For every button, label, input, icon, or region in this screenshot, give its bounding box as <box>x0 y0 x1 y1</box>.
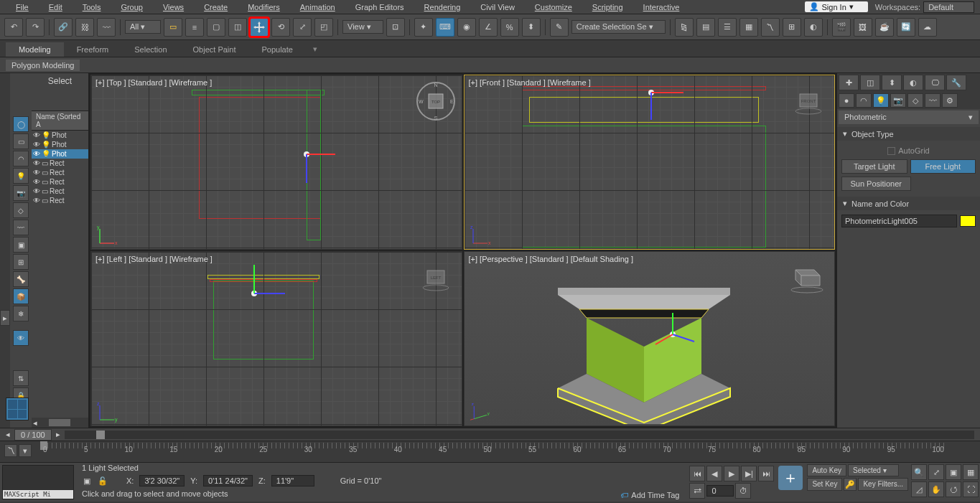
select-by-name-button[interactable]: ≡ <box>185 18 204 37</box>
target-light-button[interactable]: Target Light <box>841 159 907 174</box>
render-setup-button[interactable]: 🎬 <box>832 18 851 37</box>
zoom-extents-button[interactable]: ▣ <box>946 464 961 480</box>
se-filter-groups[interactable]: ▣ <box>13 237 29 253</box>
ribbon-tab-object-paint[interactable]: Object Paint <box>180 42 249 57</box>
selection-filter-dropdown[interactable]: All ▾ <box>125 20 161 34</box>
maxscript-listener[interactable]: MAXScript Mi <box>2 465 74 499</box>
spinner-snap-toggle[interactable]: ⬍ <box>522 18 541 37</box>
viewport-top[interactable]: [+] [Top ] [Standard ] [Wireframe ] TOP … <box>90 75 462 250</box>
select-and-scale-button[interactable]: ⤢ <box>293 18 312 37</box>
viewport-perspective[interactable]: [+] [Perspective ] [Standard ] [Default … <box>464 251 836 426</box>
rollout-name-and-color[interactable]: ▾ Name and Color <box>837 197 980 210</box>
key-target-dropdown[interactable]: Selected ▾ <box>848 464 899 476</box>
se-filter-spacewarps[interactable]: 〰 <box>13 220 29 235</box>
angle-snap-toggle[interactable]: ∠ <box>479 18 498 37</box>
key-filters-icon[interactable]: 🔑 <box>844 478 857 491</box>
viewcube-icon[interactable]: TOP N S W E <box>416 81 456 121</box>
next-frame-button[interactable]: ▶| <box>741 466 757 481</box>
motion-tab[interactable]: ◐ <box>903 75 923 90</box>
layer-explorer-button[interactable]: ☰ <box>718 18 737 37</box>
viewcube-icon[interactable]: LEFT <box>416 258 456 298</box>
list-item[interactable]: 👁▭Rect <box>32 168 88 177</box>
list-item[interactable]: 👁▭Rect <box>32 187 88 196</box>
bind-spacewarp-button[interactable]: 〰 <box>97 18 116 37</box>
mini-curve-editor-button[interactable]: 〽 <box>4 444 17 457</box>
menu-group[interactable]: Group <box>111 1 153 13</box>
rect-region-button[interactable]: ▢ <box>207 18 225 37</box>
ribbon-polygon-modeling[interactable]: Polygon Modeling <box>6 60 80 71</box>
ribbon-tab-modeling[interactable]: Modeling <box>6 42 64 57</box>
ribbon-tab-populate[interactable]: Populate <box>248 42 305 57</box>
timeline[interactable]: 〽 ▾ 051015202530354045505560657075808590… <box>0 441 980 462</box>
se-filter-all[interactable]: ◯ <box>13 116 29 132</box>
se-filter-lights[interactable]: 💡 <box>13 168 29 184</box>
modify-tab[interactable]: ◫ <box>860 75 880 90</box>
sub-helpers[interactable]: ◇ <box>907 93 923 108</box>
undo-button[interactable]: ↶ <box>4 18 23 37</box>
schematic-view-button[interactable]: ⊞ <box>783 18 801 37</box>
se-filter-bone[interactable]: 🦴 <box>13 271 29 287</box>
zoom-all-button[interactable]: ⤢ <box>928 464 944 480</box>
menu-customize[interactable]: Customize <box>525 1 582 13</box>
current-frame-input[interactable]: 0 <box>706 485 734 497</box>
create-tab[interactable]: ✚ <box>839 75 859 90</box>
zoom-extents-all-button[interactable]: ▦ <box>963 464 979 480</box>
zoom-button[interactable]: 🔍 <box>911 464 927 480</box>
viewcube-icon[interactable] <box>785 258 829 298</box>
x-coord-input[interactable]: 3'2 30/32" <box>139 475 185 486</box>
scene-explorer-header[interactable]: Name (Sorted A <box>32 111 88 131</box>
category-dropdown[interactable]: Photometric▾ <box>839 111 979 124</box>
menu-modifiers[interactable]: Modifiers <box>238 1 290 13</box>
list-item[interactable]: 👁▭Rect <box>32 196 88 205</box>
edit-named-sel-button[interactable]: ✎ <box>550 18 569 37</box>
time-slider-track[interactable] <box>65 431 974 439</box>
y-coord-input[interactable]: 0'11 24/32" <box>203 475 253 486</box>
se-filter-geometry[interactable]: ▭ <box>13 133 29 149</box>
play-button[interactable]: ▶ <box>724 466 739 481</box>
autogrid-checkbox[interactable] <box>887 147 895 155</box>
menu-file[interactable]: File <box>6 1 39 13</box>
menu-tools[interactable]: Tools <box>73 1 111 13</box>
object-color-swatch[interactable] <box>960 215 976 227</box>
hierarchy-tab[interactable]: ⬍ <box>882 75 902 90</box>
add-time-tag[interactable]: 🏷 Add Time Tag <box>617 489 682 501</box>
list-item[interactable]: 👁💡Phot <box>32 149 88 159</box>
use-center-flyout[interactable]: ⊡ <box>386 18 405 37</box>
manipulate-button[interactable]: ✦ <box>414 18 433 37</box>
render-production-button[interactable]: ☕ <box>875 18 894 37</box>
ribbon-tab-selection[interactable]: Selection <box>121 42 179 57</box>
menu-views[interactable]: Views <box>153 1 194 13</box>
list-item[interactable]: 👁▭Rect <box>32 177 88 187</box>
menu-animation[interactable]: Animation <box>290 1 345 13</box>
material-editor-button[interactable]: ◐ <box>804 18 823 37</box>
ribbon-overflow-icon[interactable]: ▾ <box>306 42 325 57</box>
set-key-big-button[interactable]: ＋ <box>778 466 803 490</box>
menu-create[interactable]: Create <box>194 1 238 13</box>
se-sync-selection[interactable]: ⇅ <box>13 370 29 386</box>
menu-graph-editors[interactable]: Graph Editors <box>345 1 414 13</box>
orbit-button[interactable]: ⭯ <box>946 481 961 497</box>
menu-scripting[interactable]: Scripting <box>582 1 633 13</box>
se-filter-helpers[interactable]: ◇ <box>13 202 29 218</box>
pan-button[interactable]: ✋ <box>928 481 944 497</box>
viewport-layout-button[interactable] <box>6 398 29 420</box>
ribbon-tab-freeform[interactable]: Freeform <box>64 42 122 57</box>
list-item[interactable]: 👁▭Rect <box>32 159 88 168</box>
sub-geometry[interactable]: ● <box>839 93 854 108</box>
se-filter-xrefs[interactable]: ⊞ <box>13 254 29 270</box>
viewport-front[interactable]: [+] [Front ] [Standard ] [Wireframe ] FR… <box>464 75 836 250</box>
move-gizmo-icon[interactable] <box>299 147 342 190</box>
goto-start-button[interactable]: ⏮ <box>689 466 705 481</box>
viewport-label[interactable]: [+] [Left ] [Standard ] [Wireframe ] <box>95 255 213 263</box>
toggle-ribbon-button[interactable]: ▦ <box>739 18 758 37</box>
link-button[interactable]: 🔗 <box>54 18 73 37</box>
list-item[interactable]: 👁💡Phot <box>32 140 88 149</box>
keyboard-shortcut-toggle[interactable]: ⌨ <box>436 18 454 37</box>
sign-in-button[interactable]: 👤 Sign In ▾ <box>805 1 868 12</box>
redo-button[interactable]: ↷ <box>26 18 45 37</box>
viewport-label[interactable]: [+] [Perspective ] [Standard ] [Default … <box>469 255 634 263</box>
se-filter-containers[interactable]: 📦 <box>13 288 29 304</box>
sub-cameras[interactable]: 📷 <box>890 93 906 108</box>
goto-end-button[interactable]: ⏭ <box>758 466 774 481</box>
rendered-frame-button[interactable]: 🖼 <box>854 18 872 37</box>
